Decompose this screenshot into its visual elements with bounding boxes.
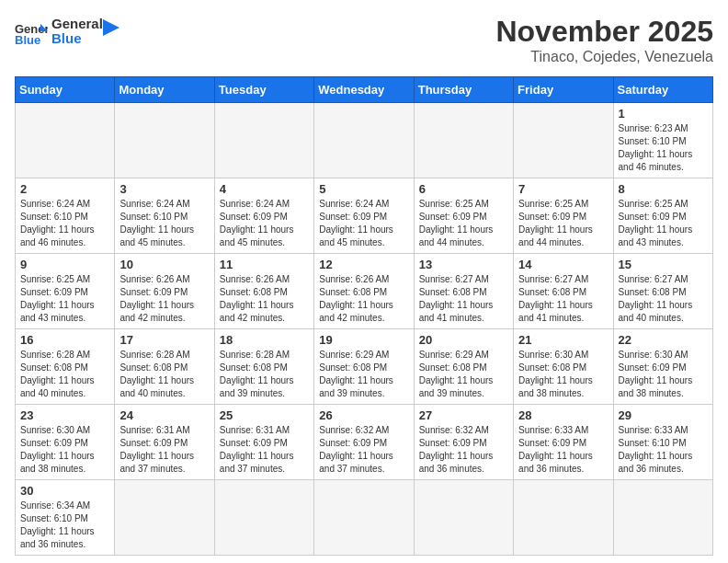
day-number: 17	[119, 333, 209, 347]
logo-icon: General Blue	[15, 15, 48, 48]
day-info: Sunrise: 6:24 AM Sunset: 6:09 PM Dayligh…	[319, 198, 408, 249]
calendar-cell: 30Sunrise: 6:34 AM Sunset: 6:10 PM Dayli…	[16, 480, 115, 556]
calendar-cell: 19Sunrise: 6:29 AM Sunset: 6:08 PM Dayli…	[314, 329, 414, 405]
day-info: Sunrise: 6:29 AM Sunset: 6:08 PM Dayligh…	[419, 349, 508, 400]
calendar-cell: 28Sunrise: 6:33 AM Sunset: 6:09 PM Dayli…	[514, 405, 613, 480]
day-number: 8	[619, 182, 708, 196]
day-info: Sunrise: 6:31 AM Sunset: 6:09 PM Dayligh…	[220, 424, 309, 476]
svg-marker-3	[103, 19, 119, 36]
day-info: Sunrise: 6:29 AM Sunset: 6:08 PM Dayligh…	[319, 349, 408, 400]
calendar-table: SundayMondayTuesdayWednesdayThursdayFrid…	[15, 76, 713, 556]
day-number: 22	[619, 333, 708, 347]
calendar-cell: 24Sunrise: 6:31 AM Sunset: 6:09 PM Dayli…	[115, 405, 214, 480]
day-info: Sunrise: 6:25 AM Sunset: 6:09 PM Dayligh…	[619, 198, 708, 249]
day-info: Sunrise: 6:33 AM Sunset: 6:10 PM Dayligh…	[619, 424, 708, 476]
day-info: Sunrise: 6:25 AM Sunset: 6:09 PM Dayligh…	[518, 198, 608, 249]
calendar-cell: 11Sunrise: 6:26 AM Sunset: 6:08 PM Dayli…	[214, 254, 313, 329]
day-number: 7	[518, 182, 608, 196]
day-number: 30	[20, 484, 109, 498]
calendar-cell: 26Sunrise: 6:32 AM Sunset: 6:09 PM Dayli…	[314, 405, 414, 480]
day-info: Sunrise: 6:27 AM Sunset: 6:08 PM Dayligh…	[419, 273, 508, 325]
day-info: Sunrise: 6:30 AM Sunset: 6:09 PM Dayligh…	[619, 349, 708, 400]
day-number: 26	[319, 408, 408, 422]
day-number: 27	[419, 408, 508, 422]
calendar-week-1: 2Sunrise: 6:24 AM Sunset: 6:10 PM Daylig…	[16, 178, 713, 254]
calendar-cell: 29Sunrise: 6:33 AM Sunset: 6:10 PM Dayli…	[613, 405, 712, 480]
day-info: Sunrise: 6:24 AM Sunset: 6:09 PM Dayligh…	[220, 198, 309, 249]
calendar-cell: 17Sunrise: 6:28 AM Sunset: 6:08 PM Dayli…	[115, 329, 214, 405]
calendar-cell: 8Sunrise: 6:25 AM Sunset: 6:09 PM Daylig…	[613, 178, 712, 254]
calendar-cell	[214, 480, 313, 556]
weekday-wednesday: Wednesday	[314, 77, 414, 103]
calendar-cell: 10Sunrise: 6:26 AM Sunset: 6:09 PM Dayli…	[115, 254, 214, 329]
calendar-week-3: 16Sunrise: 6:28 AM Sunset: 6:08 PM Dayli…	[16, 329, 713, 405]
day-number: 6	[419, 182, 508, 196]
day-info: Sunrise: 6:23 AM Sunset: 6:10 PM Dayligh…	[619, 122, 708, 174]
weekday-thursday: Thursday	[414, 77, 513, 103]
day-number: 19	[319, 333, 408, 347]
day-number: 2	[20, 182, 109, 196]
calendar-cell	[514, 480, 613, 556]
logo-triangle	[103, 19, 119, 36]
calendar-cell: 27Sunrise: 6:32 AM Sunset: 6:09 PM Dayli…	[414, 405, 513, 480]
day-number: 28	[518, 408, 608, 422]
weekday-monday: Monday	[115, 77, 214, 103]
day-info: Sunrise: 6:28 AM Sunset: 6:08 PM Dayligh…	[220, 349, 309, 400]
calendar-cell: 2Sunrise: 6:24 AM Sunset: 6:10 PM Daylig…	[16, 178, 115, 254]
calendar-week-4: 23Sunrise: 6:30 AM Sunset: 6:09 PM Dayli…	[16, 405, 713, 480]
weekday-saturday: Saturday	[613, 77, 712, 103]
calendar-header: SundayMondayTuesdayWednesdayThursdayFrid…	[16, 77, 713, 103]
day-info: Sunrise: 6:34 AM Sunset: 6:10 PM Dayligh…	[20, 500, 109, 551]
calendar-cell: 3Sunrise: 6:24 AM Sunset: 6:10 PM Daylig…	[115, 178, 214, 254]
calendar-week-0: 1Sunrise: 6:23 AM Sunset: 6:10 PM Daylig…	[16, 103, 713, 178]
calendar-cell	[16, 103, 115, 178]
day-number: 11	[220, 258, 309, 271]
day-info: Sunrise: 6:25 AM Sunset: 6:09 PM Dayligh…	[419, 198, 508, 249]
calendar-cell: 5Sunrise: 6:24 AM Sunset: 6:09 PM Daylig…	[314, 178, 414, 254]
page-header: General Blue General Blue November 2025 …	[15, 15, 713, 65]
calendar-cell	[115, 480, 214, 556]
day-info: Sunrise: 6:26 AM Sunset: 6:08 PM Dayligh…	[319, 273, 408, 325]
weekday-tuesday: Tuesday	[214, 77, 313, 103]
day-info: Sunrise: 6:31 AM Sunset: 6:09 PM Dayligh…	[119, 424, 209, 476]
day-info: Sunrise: 6:30 AM Sunset: 6:09 PM Dayligh…	[20, 424, 109, 476]
day-number: 12	[319, 258, 408, 271]
day-info: Sunrise: 6:25 AM Sunset: 6:09 PM Dayligh…	[20, 273, 109, 325]
weekday-sunday: Sunday	[16, 77, 115, 103]
calendar-cell: 16Sunrise: 6:28 AM Sunset: 6:08 PM Dayli…	[16, 329, 115, 405]
weekday-header-row: SundayMondayTuesdayWednesdayThursdayFrid…	[16, 77, 713, 103]
day-number: 9	[20, 258, 109, 271]
day-number: 1	[619, 107, 708, 121]
day-info: Sunrise: 6:28 AM Sunset: 6:08 PM Dayligh…	[20, 349, 109, 400]
calendar-cell	[214, 103, 313, 178]
title-area: November 2025 Tinaco, Cojedes, Venezuela	[495, 15, 713, 65]
calendar-cell: 9Sunrise: 6:25 AM Sunset: 6:09 PM Daylig…	[16, 254, 115, 329]
weekday-friday: Friday	[514, 77, 613, 103]
day-number: 20	[419, 333, 508, 347]
logo-blue: Blue	[51, 31, 103, 47]
calendar-cell	[514, 103, 613, 178]
calendar-cell	[613, 480, 712, 556]
day-info: Sunrise: 6:32 AM Sunset: 6:09 PM Dayligh…	[419, 424, 508, 476]
calendar-cell: 21Sunrise: 6:30 AM Sunset: 6:08 PM Dayli…	[514, 329, 613, 405]
calendar-cell: 25Sunrise: 6:31 AM Sunset: 6:09 PM Dayli…	[214, 405, 313, 480]
day-number: 10	[119, 258, 209, 271]
day-number: 21	[518, 333, 608, 347]
month-title: November 2025	[495, 15, 713, 49]
calendar-cell: 15Sunrise: 6:27 AM Sunset: 6:08 PM Dayli…	[613, 254, 712, 329]
calendar-body: 1Sunrise: 6:23 AM Sunset: 6:10 PM Daylig…	[16, 103, 713, 556]
calendar-cell: 22Sunrise: 6:30 AM Sunset: 6:09 PM Dayli…	[613, 329, 712, 405]
calendar-cell: 23Sunrise: 6:30 AM Sunset: 6:09 PM Dayli…	[16, 405, 115, 480]
calendar-cell	[314, 103, 414, 178]
day-number: 5	[319, 182, 408, 196]
calendar-cell: 1Sunrise: 6:23 AM Sunset: 6:10 PM Daylig…	[613, 103, 712, 178]
day-info: Sunrise: 6:27 AM Sunset: 6:08 PM Dayligh…	[619, 273, 708, 325]
calendar-week-5: 30Sunrise: 6:34 AM Sunset: 6:10 PM Dayli…	[16, 480, 713, 556]
calendar-cell: 6Sunrise: 6:25 AM Sunset: 6:09 PM Daylig…	[414, 178, 513, 254]
day-info: Sunrise: 6:28 AM Sunset: 6:08 PM Dayligh…	[119, 349, 209, 400]
day-info: Sunrise: 6:26 AM Sunset: 6:08 PM Dayligh…	[220, 273, 309, 325]
logo-general: General	[51, 17, 103, 32]
calendar-cell	[414, 480, 513, 556]
day-number: 15	[619, 258, 708, 271]
calendar-week-2: 9Sunrise: 6:25 AM Sunset: 6:09 PM Daylig…	[16, 254, 713, 329]
